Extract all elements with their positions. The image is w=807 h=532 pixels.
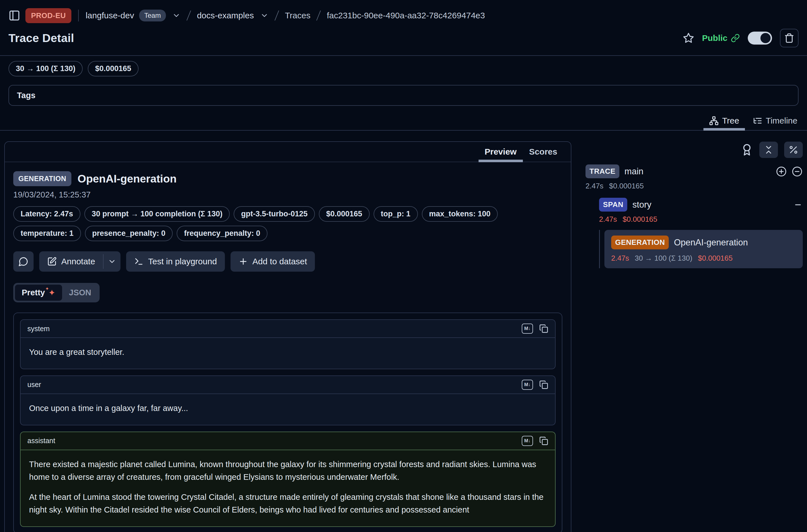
observation-chips: Latency: 2.47s 30 prompt → 100 completio… <box>13 206 562 241</box>
trace-metrics: 2.47s $0.000165 <box>585 182 803 190</box>
message-content: There existed a majestic planet called L… <box>21 450 555 526</box>
token-chip[interactable]: 30 prompt → 100 completion (Σ 130) <box>85 206 230 222</box>
copy-icon[interactable] <box>539 436 548 445</box>
breadcrumb-trace-id: fac231bc-90ee-490a-aa32-78c4269474e3 <box>327 11 485 20</box>
temperature-chip[interactable]: temperature: 1 <box>13 226 81 241</box>
tab-timeline[interactable]: Timeline <box>747 114 803 130</box>
observation-timestamp: 19/03/2024, 15:25:37 <box>13 190 562 200</box>
top-p-chip[interactable]: top_p: 1 <box>374 206 418 222</box>
tags-container[interactable]: Tags <box>8 85 799 106</box>
bookmark-star-icon[interactable] <box>683 33 694 44</box>
span-latency: 2.47s <box>599 215 617 224</box>
trace-badge: TRACE <box>585 165 619 178</box>
chevron-down-icon <box>108 257 116 266</box>
token-usage-chip[interactable]: 30 → 100 (Σ 130) <box>8 61 83 76</box>
model-chip[interactable]: gpt-3.5-turbo-0125 <box>233 206 315 222</box>
award-icon[interactable] <box>741 144 753 156</box>
tab-scores[interactable]: Scores <box>523 142 563 162</box>
trace-name: main <box>624 167 643 176</box>
generation-badge: GENERATION <box>611 235 669 249</box>
public-label: Public <box>702 33 728 43</box>
breadcrumb-traces-link[interactable]: Traces <box>285 11 311 20</box>
environment-badge[interactable]: PROD-EU <box>25 8 71 23</box>
observation-name: OpenAI-generation <box>78 173 176 185</box>
message-tools: M↓ <box>522 324 548 334</box>
tab-timeline-label: Timeline <box>766 116 797 126</box>
trace-node[interactable]: TRACE main <box>585 165 803 178</box>
trace-latency: 2.47s <box>585 182 604 190</box>
chevron-down-icon[interactable] <box>172 11 181 20</box>
chevron-down-icon[interactable] <box>260 11 269 20</box>
copy-icon[interactable] <box>539 324 548 333</box>
system-message: system M↓ You are a great storyteller. <box>20 319 556 369</box>
annotate-button[interactable]: Annotate <box>39 251 103 272</box>
copy-icon[interactable] <box>539 380 548 389</box>
role-label: system <box>27 325 50 333</box>
breadcrumb-org[interactable]: langfuse-dev <box>86 11 134 20</box>
breadcrumb-project[interactable]: docs-examples <box>197 11 254 20</box>
latency-chip[interactable]: Latency: 2.47s <box>13 206 80 222</box>
assistant-message: assistant M↓ There existed a majestic pl… <box>20 432 556 527</box>
message-header: user M↓ <box>21 376 555 394</box>
markdown-toggle-icon[interactable]: M↓ <box>522 324 533 334</box>
io-container: system M↓ You are a great storyteller. u… <box>13 312 562 532</box>
generation-type-badge: GENERATION <box>13 171 71 186</box>
comment-button[interactable] <box>13 251 34 272</box>
message-content: Once upon a time in a galaxy far, far aw… <box>21 394 555 425</box>
frequency-penalty-chip[interactable]: frequency_penalty: 0 <box>176 226 267 241</box>
annotate-split-button: Annotate <box>39 251 120 272</box>
format-pretty-segment[interactable]: Pretty ✦✦ <box>15 285 62 301</box>
collapse-all-icon[interactable] <box>791 166 803 177</box>
annotate-label: Annotate <box>61 257 95 266</box>
public-link[interactable]: Public <box>702 33 740 43</box>
span-badge: SPAN <box>599 198 627 212</box>
playground-button[interactable]: Test in playground <box>126 251 225 272</box>
title-row: Trace Detail Public <box>8 29 799 55</box>
tags-label: Tags <box>17 91 36 100</box>
assistant-paragraph: At the heart of Lumina stood the towerin… <box>29 491 547 516</box>
percent-icon <box>788 145 799 155</box>
collapse-all-button[interactable] <box>759 141 778 158</box>
org-plan-chip: Team <box>139 10 166 21</box>
generation-node-selected[interactable]: GENERATION OpenAI-generation 2.47s 30 → … <box>604 230 803 268</box>
delete-trace-button[interactable] <box>780 29 799 48</box>
add-to-dataset-button[interactable]: Add to dataset <box>230 251 315 272</box>
toggle-knob <box>761 33 771 43</box>
title-actions: Public <box>683 29 799 48</box>
cost-chip[interactable]: $0.000165 <box>88 61 138 76</box>
user-message: user M↓ Once upon a time in a galaxy far… <box>20 376 556 425</box>
breadcrumb-separator <box>187 11 191 21</box>
annotate-dropdown-button[interactable] <box>104 251 120 272</box>
markdown-toggle-icon[interactable]: M↓ <box>522 436 533 446</box>
message-tools: M↓ <box>522 380 548 390</box>
sidebar-toggle-icon[interactable] <box>8 10 20 21</box>
format-toggle: Pretty ✦✦ JSON <box>13 283 100 302</box>
cost-chip[interactable]: $0.000165 <box>319 206 370 222</box>
markdown-toggle-icon[interactable]: M↓ <box>522 380 533 390</box>
sparkles-icon: ✦✦ <box>48 289 55 297</box>
role-label: user <box>27 381 41 389</box>
tab-tree-label: Tree <box>722 116 739 126</box>
divider <box>78 10 79 21</box>
generation-metrics: 2.47s 30 → 100 (Σ 130) $0.000165 <box>611 254 796 263</box>
collapse-node-icon[interactable] <box>793 200 803 210</box>
max-tokens-chip[interactable]: max_tokens: 100 <box>422 206 498 222</box>
plus-icon <box>239 257 248 266</box>
expand-all-icon[interactable] <box>776 166 787 177</box>
tab-tree[interactable]: Tree <box>703 114 745 130</box>
trace-cost: $0.000165 <box>609 182 644 190</box>
message-header: system M↓ <box>21 320 555 338</box>
observation-header: GENERATION OpenAI-generation <box>13 171 562 186</box>
tab-preview[interactable]: Preview <box>478 142 523 162</box>
public-toggle[interactable] <box>748 32 772 44</box>
terminal-icon <box>134 257 144 266</box>
span-metrics: 2.47s $0.000165 <box>599 215 803 224</box>
trace-summary-chips: 30 → 100 (Σ 130) $0.000165 <box>0 56 807 76</box>
metrics-percent-button[interactable] <box>784 141 803 158</box>
span-node[interactable]: SPAN story <box>599 198 803 212</box>
presence-penalty-chip[interactable]: presence_penalty: 0 <box>85 226 173 241</box>
preview-scores-tabs: Preview Scores <box>5 142 571 162</box>
pretty-label: Pretty <box>22 288 45 297</box>
generation-latency: 2.47s <box>611 254 629 263</box>
format-json-segment[interactable]: JSON <box>62 285 98 301</box>
